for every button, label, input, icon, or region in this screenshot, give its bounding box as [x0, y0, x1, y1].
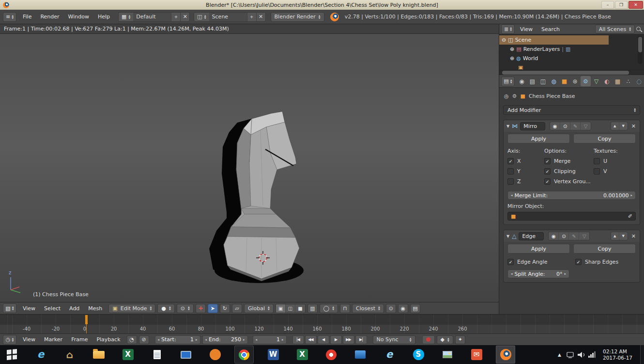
render-visibility-icon[interactable]: ◉ — [549, 232, 559, 240]
menu-item[interactable]: Add — [65, 305, 84, 312]
editor-type-button[interactable]: ◷▲▼ — [3, 335, 16, 345]
move-down-button[interactable]: ▼ — [619, 122, 628, 130]
editor-type-button[interactable]: ≡▲▼ — [3, 12, 16, 22]
outliner-item-label[interactable]: RenderLayers — [523, 46, 560, 52]
snap-magnet-button[interactable]: ⊔ — [340, 304, 350, 313]
outliner-row-world[interactable]: ⊕ ◍ World — [499, 54, 609, 63]
tab-world[interactable]: ◍ — [549, 76, 559, 86]
checkbox[interactable] — [507, 158, 514, 164]
manipulator-rotate-button[interactable]: ↻ — [220, 304, 230, 313]
checkbox-clipping[interactable]: Clipping — [544, 168, 594, 175]
collapse-icon[interactable]: ▼ — [506, 234, 509, 238]
copy-button[interactable]: Copy — [573, 134, 636, 143]
jump-to-end-button[interactable]: ▶| — [355, 335, 367, 344]
excel-tile-icon[interactable]: X — [118, 346, 138, 364]
editor-type-button[interactable]: ▤▲▼ — [501, 77, 515, 86]
menu-item[interactable]: Select — [40, 305, 65, 312]
checkbox-texture-u[interactable]: U — [594, 158, 636, 165]
outliner-item-label[interactable]: Scene — [515, 37, 532, 43]
checkbox[interactable] — [507, 259, 514, 265]
render-engine-select[interactable]: Blender Render ▲▼ — [271, 12, 324, 22]
minimize-button[interactable]: – — [601, 1, 614, 9]
checkbox-axis-y[interactable]: Y — [507, 168, 544, 175]
delete-modifier-button[interactable]: ✕ — [630, 233, 637, 239]
apply-button[interactable]: Apply — [507, 244, 570, 253]
3d-viewport[interactable]: Frame:1 | Time:00:02.68 | Ve:627 Fa:279 … — [0, 24, 499, 314]
outliner-item-label[interactable]: World — [523, 55, 538, 62]
tab-material[interactable]: ◐ — [602, 76, 612, 86]
mirror-object-field[interactable]: ■ ✐ — [507, 212, 636, 221]
outliner-vertical-scrollbar[interactable] — [638, 36, 643, 64]
editor-type-button[interactable]: ▧▲▼ — [3, 303, 16, 313]
folder-icon[interactable] — [89, 346, 108, 364]
tab-object-data[interactable]: ▽ — [591, 76, 601, 86]
vertex-select-icon[interactable]: ▣ — [276, 304, 286, 313]
decrement-arrow-icon[interactable]: ◂ — [205, 338, 207, 342]
menu-item[interactable]: Mesh — [84, 305, 107, 312]
pin-icon[interactable]: ◎ — [504, 93, 509, 99]
increment-arrow-icon[interactable]: ▸ — [196, 338, 198, 342]
layout-name[interactable]: Default — [133, 13, 171, 21]
pivot-select[interactable]: ⊙▲▼ — [177, 304, 194, 313]
delete-scene-button[interactable]: ✕ — [256, 13, 265, 21]
end-frame-field[interactable]: ◂ End: 250 ▸ — [202, 335, 248, 344]
blue-app-icon[interactable] — [351, 346, 370, 364]
increment-arrow-icon[interactable]: ▸ — [243, 338, 245, 342]
checkbox[interactable] — [507, 168, 514, 174]
copy-button[interactable]: Copy — [573, 244, 636, 253]
menu-item[interactable]: Playback — [92, 336, 124, 343]
home-icon[interactable]: ⌂ — [60, 346, 79, 364]
menu-item[interactable]: Help — [93, 14, 114, 20]
add-layout-button[interactable]: ＋ — [171, 13, 180, 21]
timeline-ruler[interactable]: -40-200204060801001201401601802002202402… — [0, 314, 644, 333]
sync-mode-select[interactable]: No Sync ▲▼ — [373, 335, 415, 344]
occlude-geometry-button[interactable]: ▥ — [307, 304, 318, 313]
taskbar-clock[interactable]: 02:12 AM 2017-06-17 — [603, 348, 635, 361]
checkbox[interactable] — [594, 158, 600, 164]
photos-icon[interactable] — [438, 346, 457, 364]
scrollbar-thumb[interactable] — [638, 37, 642, 52]
checkbox-axis-z[interactable]: Z — [507, 178, 544, 185]
menu-item[interactable]: Search — [537, 26, 564, 32]
play-button[interactable]: ▶ — [330, 335, 342, 344]
edge-split-modifier-header[interactable]: ▼ △ Edge ◉ ⊙ ✎ ▽ ▲ ▼ — [504, 230, 640, 242]
decrement-arrow-icon[interactable]: ◂ — [511, 272, 513, 276]
tab-texture[interactable]: ▦ — [613, 76, 623, 86]
scene-name[interactable]: Scene — [209, 13, 247, 21]
eyedropper-icon[interactable]: ✐ — [628, 213, 632, 220]
face-select-icon[interactable]: ■ — [295, 304, 305, 313]
checkbox[interactable] — [575, 259, 582, 265]
move-down-button[interactable]: ▼ — [619, 232, 628, 240]
menu-item[interactable]: View — [18, 305, 40, 312]
move-up-button[interactable]: ▲ — [611, 122, 619, 130]
cage-icon[interactable]: ▽ — [581, 122, 591, 130]
outliner-horizontal-scrollbar[interactable] — [499, 70, 644, 75]
checkbox-merge[interactable]: Merge — [544, 158, 594, 165]
decrement-arrow-icon[interactable]: ◂ — [158, 338, 160, 342]
scrollbar-thumb[interactable] — [502, 71, 629, 75]
decrement-arrow-icon[interactable]: ◂ — [256, 338, 258, 342]
mirror-modifier-header[interactable]: ▼ ⋈ Mirro ◉ ⊙ ✎ ▽ ▲ ▼ — [504, 120, 640, 132]
checkbox[interactable] — [544, 158, 551, 164]
outliner-row-partial[interactable]: ▣ — [499, 63, 609, 70]
editor-type-button[interactable]: ≣▲▼ — [501, 24, 515, 34]
checkbox-edge-angle[interactable]: Edge Angle — [507, 258, 575, 266]
remote-desktop-icon[interactable] — [176, 346, 196, 364]
insert-keyframe-button[interactable]: ✦ — [455, 335, 465, 344]
current-frame-marker[interactable] — [85, 315, 88, 324]
menu-item[interactable]: View — [18, 336, 40, 343]
start-button[interactable] — [2, 346, 21, 364]
manipulator-pointer-button[interactable]: ➤ — [208, 304, 218, 313]
tab-scene[interactable]: ◫ — [538, 76, 548, 86]
red-circle-app-icon[interactable] — [322, 346, 341, 364]
manipulator-translate-button[interactable]: ✚ — [196, 304, 206, 313]
decrement-arrow-icon[interactable]: ◂ — [511, 193, 513, 197]
cage-icon[interactable]: ▽ — [579, 232, 589, 240]
add-scene-button[interactable]: ＋ — [247, 13, 256, 21]
render-visibility-icon[interactable]: ◉ — [550, 122, 560, 130]
delete-layout-button[interactable]: ✕ — [180, 13, 189, 21]
edge-select-icon[interactable]: ◫ — [286, 304, 295, 313]
outliner-row-renderlayers[interactable]: ⊕ ▤ RenderLayers | ▥ — [499, 45, 609, 54]
show-desktop-button[interactable] — [640, 345, 644, 364]
scene-selector[interactable]: ◫▲▼ Scene ＋ ✕ — [194, 12, 265, 22]
